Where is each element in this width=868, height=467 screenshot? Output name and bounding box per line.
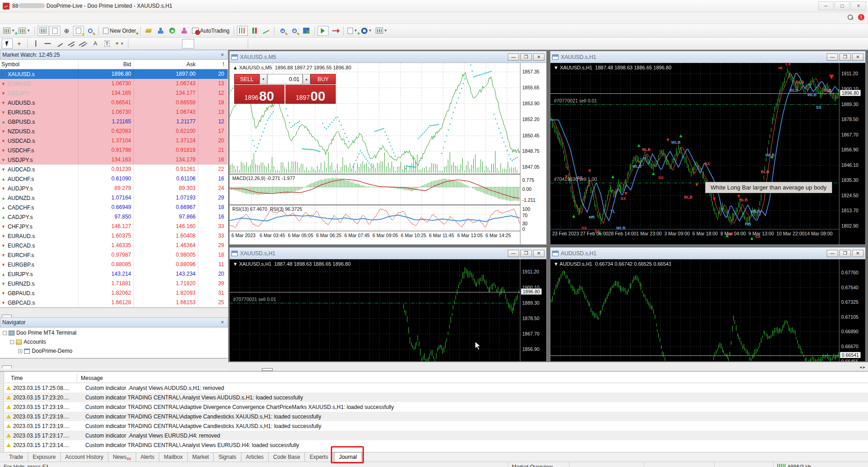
market-watch-row[interactable]: GBPUSD.s 1.21165 1.21177 12 [0,117,228,126]
timeframe-button[interactable] [207,39,220,49]
chart-area-h1[interactable]: ▼ XAUUSD.s,H1 1887.48 1898.63 1886.65 18… [230,259,546,361]
terminal-tab[interactable]: Articles [241,452,269,462]
volume-decrease-stepper[interactable]: ▼ [260,74,267,84]
buy-price-panel[interactable]: 189700 [285,85,336,104]
terminal-tab[interactable]: Mailbox [159,452,187,462]
terminal-tab[interactable]: News99 [108,452,136,462]
chart-minimize-button[interactable]: — [827,250,838,257]
sell-price-panel[interactable]: 189680 [234,85,284,104]
search-icon[interactable] [848,15,853,20]
crosshair-tool-button[interactable]: + [14,39,25,49]
audusd-price-canvas[interactable] [550,259,840,362]
bar-chart-style-button[interactable] [237,26,248,36]
navigator-close-icon[interactable]: × [219,319,226,326]
market-watch-row[interactable]: USDCAD.s 1.37104 1.37124 20 [0,136,228,146]
navigator-tree-item[interactable]: - Accounts [0,337,228,346]
terminal-tab[interactable]: Market [188,452,214,462]
market-watch-row[interactable]: USDCHF.s 0.91798 0.91819 21 [0,146,228,155]
panel-tab[interactable] [2,365,12,369]
indicators-button[interactable]: +▼ [346,26,359,36]
market-watch-row[interactable]: EURCAD.s 1.46335 1.46364 29 [0,241,228,250]
chart-title-bar[interactable]: XAUUSD.s,H1 — ❐ ✕ [550,51,865,63]
channel-tool-button[interactable] [66,39,77,49]
navigator-toggle-button[interactable]: ⊕ [61,26,72,36]
tree-expander-icon[interactable]: + [18,349,22,353]
vertical-line-tool-button[interactable] [30,39,41,49]
fibonacci-tool-button[interactable]: F [78,39,89,49]
market-watch-row[interactable]: AUDCAD.s 0.91239 0.91261 22 [0,165,228,174]
chart-window-audusd-h1[interactable]: AUDUSD.s,H1 — ❐ ✕ ▼ AUDUSD.s,H1 0.66734 … [550,247,866,362]
terminal-toggle-button[interactable]: ★ [73,26,84,36]
terminal-tab[interactable]: Code Base [269,452,305,462]
timeframe-button[interactable] [169,39,181,49]
signals-icon-button[interactable]: ◉ [167,26,178,36]
chart-close-button[interactable]: ✕ [533,54,544,61]
chart-minimize-button[interactable]: — [827,54,838,61]
market-watch-row[interactable]: GBPCAD.s 1.66128 1.66153 25 [0,298,228,307]
profiles-button[interactable]: ▼ [17,26,32,36]
tree-expander-icon[interactable] [3,331,7,335]
market-watch-column-headers[interactable]: Symbol Bid Ask ! [0,60,228,69]
chart-close-button[interactable]: ✕ [852,250,863,257]
market-watch-row[interactable]: EURCHF.s 0.97987 0.98005 18 [0,250,228,260]
candlestick-style-button[interactable] [249,26,260,36]
minimize-button[interactable]: – [818,1,834,10]
chart-window-xauusd-h1-indicators[interactable]: XAUUSD.s,H1 — ❐ ✕ ▼ XAUUSD.s,H1 1887.48 … [550,51,866,245]
new-order-button[interactable]: +New Order [102,26,137,36]
chart-close-button[interactable]: ✕ [533,250,544,257]
tree-expander-icon[interactable]: - [10,340,14,344]
panel-tab[interactable] [12,314,22,317]
chart-restore-button[interactable]: ❐ [520,250,532,257]
zoom-out-button[interactable]: − [289,26,300,36]
close-button[interactable]: × [851,1,866,10]
maximize-button[interactable]: □ [834,1,850,10]
text-tool-button[interactable]: A [90,39,101,49]
menu-item[interactable] [1,16,13,20]
menu-item[interactable] [36,16,48,20]
journal-column-headers[interactable]: Time Message [5,374,868,383]
chart-restore-button[interactable]: ❐ [839,54,851,61]
zoom-in-button[interactable]: + [277,26,288,36]
chart-shift-button[interactable] [329,26,340,36]
chart-minimize-button[interactable]: — [508,250,519,257]
market-watch-row[interactable]: AUDNZD.s 1.07164 1.07193 29 [0,193,228,203]
notification-icon[interactable]: ! [858,14,864,20]
terminal-tab[interactable]: Trade [5,452,28,462]
periods-button[interactable]: ▼ [360,26,373,36]
expert-advisors-button[interactable] [179,26,190,36]
tab-scroll-arrows[interactable]: ◂ ▸ [859,365,865,371]
market-watch-row[interactable]: GBPAUD.s 1.82062 1.82093 31 [0,288,228,298]
timeframe-button[interactable] [220,39,232,49]
navigator-tree-item[interactable]: Doo Prime MT4 Terminal [0,328,228,337]
market-watch-row[interactable]: XAUUSD.s 1896.80 1897.00 20 [0,69,228,79]
market-watch-row[interactable]: EURAUD.s 1.60375 1.60408 33 [0,231,228,241]
timeframe-button[interactable] [233,39,245,49]
text-label-tool-button[interactable]: T [102,39,113,49]
terminal-tab[interactable]: Experts [305,452,333,462]
volume-input[interactable]: 0.01 [267,74,303,84]
timeframe-button[interactable] [182,39,194,49]
chart-window-xauusd-m5[interactable]: XAUUSD.s,M5 — ❐ ✕ ▲ XAUUSD.s,M5 1896.88 … [229,51,547,245]
market-watch-row[interactable]: CADCHF.s 0.66949 0.66967 18 [0,203,228,212]
chart-window-xauusd-h1[interactable]: XAUUSD.s,H1 — ❐ ✕ ▼ XAUUSD.s,H1 1887.48 … [229,247,547,362]
arrows-tool-button[interactable]: ✦▼ [113,39,125,49]
market-watch-row[interactable]: EURNZD.s 1.71881 1.71920 39 [0,279,228,288]
terminal-tab[interactable]: Account History [61,452,108,462]
mql-community-button[interactable] [143,26,154,36]
volume-increase-stepper[interactable]: ▲ [303,74,310,84]
templates-button[interactable]: ▼ [374,26,389,36]
title-bar[interactable]: 88DooPrime-Live - Doo Prime Limited - XA… [0,0,868,12]
market-watch-row[interactable]: USDJPY.s 134.163 134.179 16 [0,155,228,165]
new-chart-button[interactable]: +▼ [2,26,16,36]
cursor-tool-button[interactable] [2,39,13,49]
metaquotes-button[interactable] [155,26,166,36]
menu-item[interactable] [13,16,25,20]
auto-scroll-button[interactable] [318,26,329,36]
panel-tab[interactable] [12,365,22,368]
tile-windows-button[interactable] [301,26,312,36]
market-watch-row[interactable]: USDJPY 134.165 134.177 12 [0,88,228,98]
strategy-tester-button[interactable] [85,26,96,36]
market-watch-header[interactable]: Market Watch: 12:45:25 × [0,50,228,60]
chart-title-bar[interactable]: XAUUSD.s,M5 — ❐ ✕ [230,51,546,63]
market-watch-row[interactable]: EURUSD 1.06730 1.06743 13 [0,79,228,88]
